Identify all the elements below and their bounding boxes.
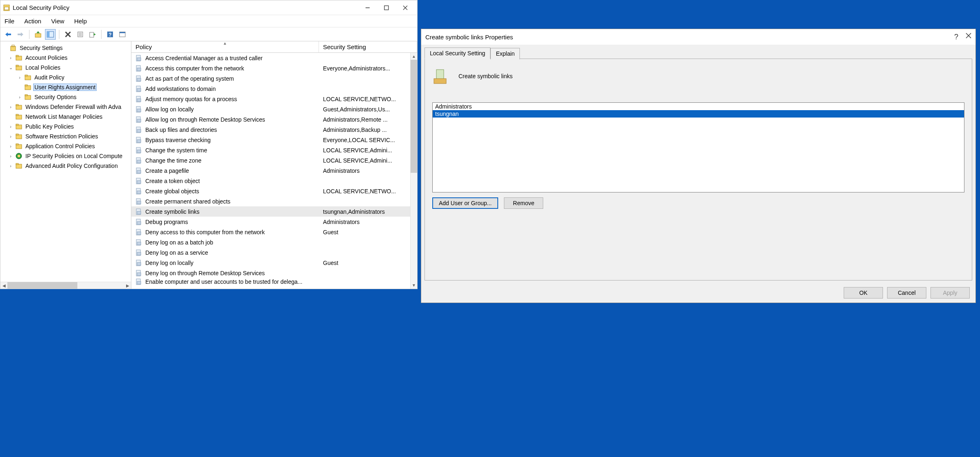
dialog-close-button[interactable] xyxy=(966,33,971,41)
column-header-security-setting[interactable]: Security Setting xyxy=(319,41,417,52)
column-header-policy[interactable]: Policy ▲ xyxy=(131,41,319,52)
member-item[interactable]: Administrators xyxy=(433,103,964,110)
export-button[interactable] xyxy=(87,29,98,40)
menu-view[interactable]: View xyxy=(51,18,64,25)
svg-rect-77 xyxy=(137,181,141,183)
tree-item[interactable]: ›Application Control Policies xyxy=(0,141,131,151)
tree-item[interactable]: ⌄Local Policies xyxy=(0,63,131,72)
policy-row[interactable]: Access this computer from the networkEve… xyxy=(131,63,410,73)
svg-rect-39 xyxy=(16,104,18,106)
tree-item[interactable]: ›Windows Defender Firewall with Adva xyxy=(0,102,131,112)
tab-explain[interactable]: Explain xyxy=(490,48,520,59)
help-button[interactable]: ? xyxy=(105,29,115,40)
policy-row[interactable]: Create a token object xyxy=(131,176,410,186)
policy-row[interactable]: Bypass traverse checkingEveryone,LOCAL S… xyxy=(131,135,410,145)
expand-icon[interactable]: › xyxy=(8,134,14,139)
tree-item[interactable]: User Rights Assignment xyxy=(0,82,131,92)
close-button[interactable] xyxy=(396,2,415,14)
folder-icon xyxy=(15,133,23,140)
tab-local-security-setting[interactable]: Local Security Setting xyxy=(425,48,490,59)
tree-body[interactable]: Security Settings ›Account Policies⌄Loca… xyxy=(0,41,131,282)
expand-icon[interactable]: › xyxy=(8,163,14,168)
policy-row[interactable]: Add workstations to domain xyxy=(131,84,410,94)
delete-button[interactable] xyxy=(63,29,73,40)
expand-icon[interactable]: › xyxy=(17,75,23,80)
policy-row[interactable]: Change the time zoneLOCAL SERVICE,Admini… xyxy=(131,155,410,165)
policy-row[interactable]: Back up files and directoriesAdministrat… xyxy=(131,124,410,135)
svg-rect-57 xyxy=(137,78,141,81)
policy-row[interactable]: Act as part of the operating system xyxy=(131,73,410,84)
remove-button[interactable]: Remove xyxy=(504,197,543,209)
policy-row[interactable]: Deny log on through Remote Desktop Servi… xyxy=(131,268,410,278)
policy-row[interactable]: Deny log on as a service xyxy=(131,247,410,258)
policy-row[interactable]: Deny log on as a batch job xyxy=(131,237,410,247)
policy-name: Create permanent shared objects xyxy=(145,198,319,205)
scroll-right-arrow[interactable]: ▶ xyxy=(124,282,131,289)
member-item[interactable]: tsungnan xyxy=(433,110,964,118)
policy-name: Debug programs xyxy=(145,219,319,225)
expand-icon[interactable]: › xyxy=(8,55,14,60)
svg-rect-73 xyxy=(137,160,141,163)
add-user-or-group-button[interactable]: Add User or Group... xyxy=(432,197,498,209)
tree-horizontal-scrollbar[interactable]: ◀ ▶ xyxy=(0,282,131,289)
apply-button[interactable]: Apply xyxy=(930,287,970,299)
properties-button[interactable] xyxy=(75,29,86,40)
forward-button[interactable] xyxy=(15,29,26,40)
policy-row[interactable]: Allow log on locallyGuest,Administrators… xyxy=(131,104,410,114)
svg-rect-59 xyxy=(137,88,141,91)
policy-row[interactable]: Create symbolic linkstsungnan,Administra… xyxy=(131,206,410,217)
policy-row[interactable]: Create a pagefileAdministrators xyxy=(131,165,410,176)
expand-icon[interactable]: › xyxy=(8,104,14,109)
scroll-thumb[interactable] xyxy=(411,60,417,173)
policy-row[interactable]: Adjust memory quotas for a processLOCAL … xyxy=(131,94,410,104)
policy-row[interactable]: Create permanent shared objects xyxy=(131,196,410,206)
expand-icon[interactable]: › xyxy=(8,144,14,149)
tree-item[interactable]: ›IP Security Policies on Local Compute xyxy=(0,151,131,161)
policy-row[interactable]: Enable computer and user accounts to be … xyxy=(131,278,410,285)
menu-help[interactable]: Help xyxy=(74,18,87,25)
list-vertical-scrollbar[interactable]: ▲ ▼ xyxy=(410,53,417,289)
list-body[interactable]: Access Credential Manager as a trusted c… xyxy=(131,53,417,289)
scroll-down-arrow[interactable]: ▼ xyxy=(411,282,417,289)
dialog-help-button[interactable]: ? xyxy=(954,33,958,41)
tree-item[interactable]: ›Account Policies xyxy=(0,53,131,63)
scroll-up-arrow[interactable]: ▲ xyxy=(411,53,417,60)
up-button[interactable] xyxy=(33,29,43,40)
policy-row[interactable]: Debug programsAdministrators xyxy=(131,217,410,227)
dialog-titlebar: Create symbolic links Properties ? xyxy=(421,29,975,45)
tree-item[interactable]: ›Audit Policy xyxy=(0,72,131,82)
tree-item[interactable]: Network List Manager Policies xyxy=(0,112,131,122)
tree-item[interactable]: ›Security Options xyxy=(0,92,131,102)
collapse-icon[interactable]: ⌄ xyxy=(8,65,14,70)
minimize-button[interactable] xyxy=(358,2,377,14)
menu-file[interactable]: File xyxy=(5,18,14,25)
tree-root-security-settings[interactable]: Security Settings xyxy=(0,43,131,53)
menu-action[interactable]: Action xyxy=(24,18,41,25)
scroll-track[interactable] xyxy=(411,60,417,282)
window-toggle-button[interactable] xyxy=(117,29,128,40)
policy-row[interactable]: Create global objectsLOCAL SERVICE,NETWO… xyxy=(131,186,410,196)
policy-row[interactable]: Allow log on through Remote Desktop Serv… xyxy=(131,114,410,124)
expand-icon[interactable]: › xyxy=(8,154,14,158)
svg-rect-79 xyxy=(137,191,141,194)
policy-row[interactable]: Change the system timeLOCAL SERVICE,Admi… xyxy=(131,145,410,155)
expand-icon[interactable]: › xyxy=(17,95,23,100)
back-button[interactable] xyxy=(3,29,14,40)
scroll-thumb[interactable] xyxy=(7,282,77,289)
policy-name: Allow log on through Remote Desktop Serv… xyxy=(145,116,319,123)
cancel-button[interactable]: Cancel xyxy=(887,287,926,299)
policy-icon xyxy=(432,68,449,84)
maximize-button[interactable] xyxy=(377,2,396,14)
policy-row[interactable]: Deny log on locallyGuest xyxy=(131,258,410,268)
scroll-left-arrow[interactable]: ◀ xyxy=(0,282,7,289)
tree-item[interactable]: ›Software Restriction Policies xyxy=(0,131,131,141)
policy-row[interactable]: Deny access to this computer from the ne… xyxy=(131,227,410,237)
show-tree-button[interactable] xyxy=(45,29,56,40)
expand-icon[interactable]: › xyxy=(8,124,14,129)
members-listbox[interactable]: Administratorstsungnan xyxy=(432,102,964,192)
tree-item[interactable]: ›Advanced Audit Policy Configuration xyxy=(0,161,131,171)
scroll-track[interactable] xyxy=(7,282,124,289)
tree-item[interactable]: ›Public Key Policies xyxy=(0,122,131,131)
ok-button[interactable]: OK xyxy=(844,287,883,299)
policy-row[interactable]: Access Credential Manager as a trusted c… xyxy=(131,53,410,63)
